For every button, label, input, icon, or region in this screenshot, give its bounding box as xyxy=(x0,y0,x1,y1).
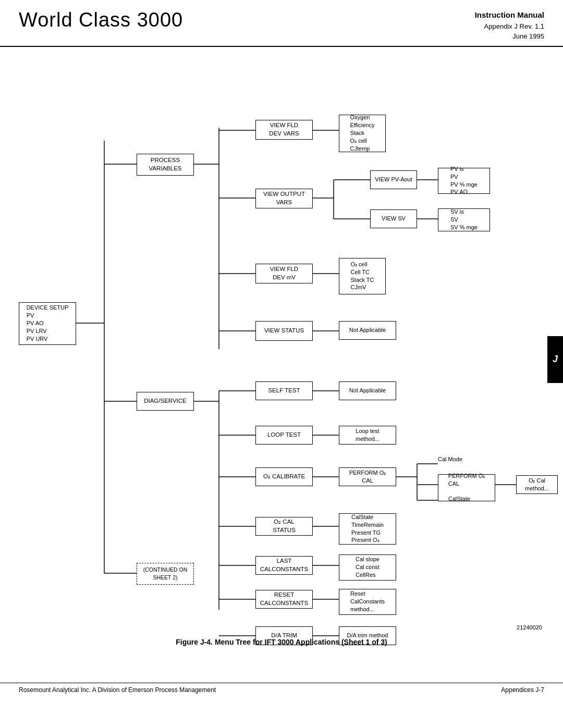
perform-o2-cal-box: PERFORM O₂ CAL xyxy=(339,467,396,486)
not-applicable-selftest-box: Not Applicable xyxy=(339,381,396,400)
loop-test-box: LOOP TEST xyxy=(255,426,313,445)
not-applicable-status-box: Not Applicable xyxy=(339,321,396,340)
manual-title: Instruction Manual xyxy=(475,9,544,21)
figure-caption: Figure J-4. Menu Tree for IFT 3000 Appli… xyxy=(0,635,563,651)
process-variables-box: PROCESS VARIABLES xyxy=(137,154,194,176)
diagram-number: 21240020 xyxy=(517,624,542,631)
diagram-lines xyxy=(0,47,563,683)
page-title: World Class 3000 xyxy=(19,9,183,31)
diag-service-box: DIAG/SERVICE xyxy=(137,392,194,411)
page-header: World Class 3000 Instruction Manual Appe… xyxy=(0,0,563,47)
continued-box: (CONTINUED ON SHEET 2) xyxy=(137,563,194,585)
last-calconstants-box: LAST CALCONSTANTS xyxy=(255,556,313,575)
o2-calibrate-box: O₂ CALIBRATE xyxy=(255,467,313,486)
footer-right: Appendices J-7 xyxy=(501,686,544,694)
view-pv-aout-box: VIEW PV-Aout xyxy=(370,170,417,189)
cal-slope-box: Cal slope Cal const CellRes xyxy=(339,554,396,581)
appendix-label: Appendix J Rev. 1.1 xyxy=(475,21,544,32)
view-fld-dev-vars-box: VIEW FLD DEV VARS xyxy=(255,120,313,140)
sv-is-box: SV is SV SV % mge xyxy=(438,208,490,231)
page-footer: Rosemount Analytical Inc. A Division of … xyxy=(0,683,563,697)
oxygen-efficiency-box: Oxygen Efficiency Stack O₂ cell CJtemp xyxy=(339,115,386,152)
view-fld-dev-mv-box: VIEW FLD DEV mV xyxy=(255,264,313,283)
o2-cell-mv-box: O₂ cell Cell TC Stack TC CJmV xyxy=(339,258,386,294)
side-tab-j: J xyxy=(547,336,563,383)
reset-calconstants-box: RESET CALCONSTANTS xyxy=(255,590,313,609)
device-setup-box: DEVICE SETUP PV PV AO PV LRV PV URV xyxy=(19,302,76,345)
diagram-area: DEVICE SETUP PV PV AO PV LRV PV URV PROC… xyxy=(0,47,563,683)
footer-company: Rosemount Analytical Inc. A Division of … xyxy=(19,686,216,694)
header-right: Instruction Manual Appendix J Rev. 1.1 J… xyxy=(475,9,544,42)
calstate-timeremain-box: CalState TimeRemain Present TG Present O… xyxy=(339,513,396,545)
pv-is-box: PV is PV PV % mge PV AO xyxy=(438,168,490,194)
o2-cal-status-box: O₂ CAL STATUS xyxy=(255,517,313,536)
reset-calconstants-method-box: Reset CalConstants method... xyxy=(339,589,396,615)
o2-cal-method-box: O₂ Cal method... xyxy=(516,475,558,494)
view-sv-box: VIEW SV xyxy=(370,209,417,228)
self-test-box: SELF TEST xyxy=(255,381,313,400)
view-output-vars-box: VIEW OUTPUT VARS xyxy=(255,189,313,208)
perform-o2-cal-detail-box: PERFORM O₂ CAL CalState xyxy=(438,474,495,501)
loop-test-method-box: Loop test method... xyxy=(339,426,396,445)
date-label: June 1995 xyxy=(475,31,544,42)
view-status-box: VIEW STATUS xyxy=(255,321,313,341)
